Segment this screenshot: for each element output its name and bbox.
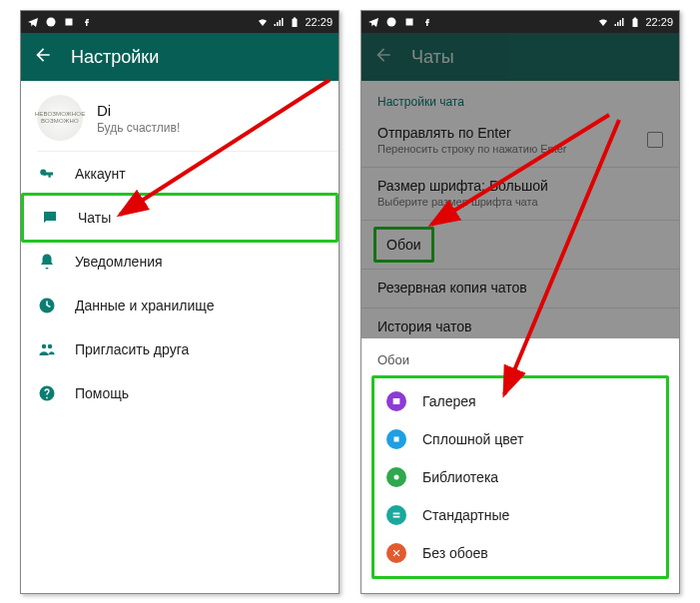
avatar: НЕВОЗМОЖНОЕ ВОЗМОЖНО <box>37 95 83 141</box>
phone-settings: 22:29 Настройки НЕВОЗМОЖНОЕ ВОЗМОЖНО Di … <box>20 10 340 594</box>
help-icon <box>37 384 57 402</box>
battery-icon <box>629 16 641 28</box>
default-icon <box>386 505 406 525</box>
wifi-icon <box>597 16 609 28</box>
svg-rect-3 <box>406 19 413 26</box>
solid-color-icon <box>386 429 406 449</box>
telegram-icon <box>367 16 379 28</box>
menu-label: Уведомления <box>75 254 163 270</box>
battery-icon <box>289 16 301 28</box>
telegram-icon <box>27 16 39 28</box>
sheet-item-label: Библиотека <box>422 469 498 485</box>
sheet-item-label: Без обоев <box>422 545 488 561</box>
bell-icon <box>37 253 57 271</box>
menu-notifications[interactable]: Уведомления <box>21 240 339 284</box>
profile-name: Di <box>97 102 180 119</box>
app-bar: Настройки <box>21 33 339 81</box>
sheet-item-library[interactable]: Библиотека <box>374 458 666 496</box>
library-icon <box>386 467 406 487</box>
svg-point-0 <box>47 18 56 27</box>
app-icon <box>403 16 415 28</box>
menu-label: Данные и хранилище <box>75 298 214 313</box>
facebook-icon <box>421 16 433 28</box>
chat-icon <box>40 209 60 227</box>
clock-time: 22:29 <box>645 16 673 28</box>
menu-data[interactable]: Данные и хранилище <box>21 284 339 327</box>
profile-row[interactable]: НЕВОЗМОЖНОЕ ВОЗМОЖНО Di Будь счастлив! <box>21 81 339 151</box>
signal-icon <box>273 16 285 28</box>
sheet-list: Галерея Сплошной цвет Библиотека Стандар… <box>371 375 669 579</box>
sheet-item-label: Галерея <box>422 393 476 409</box>
svg-rect-1 <box>66 19 73 26</box>
sheet-title: Обои <box>361 348 679 375</box>
phone-chats: 22:29 Чаты Настройки чата Отправлять по … <box>360 10 680 594</box>
menu-label: Помощь <box>75 385 129 401</box>
svg-point-5 <box>394 475 399 480</box>
whatsapp-icon <box>385 16 397 28</box>
menu-invite[interactable]: Пригласить друга <box>21 327 339 371</box>
menu-label: Чаты <box>78 210 111 226</box>
sheet-item-label: Сплошной цвет <box>422 431 523 447</box>
sheet-item-label: Стандартные <box>422 507 509 523</box>
menu-help[interactable]: Помощь <box>21 371 339 415</box>
clock-time: 22:29 <box>305 16 333 28</box>
data-icon <box>37 297 57 314</box>
sheet-item-gallery[interactable]: Галерея <box>374 382 666 420</box>
profile-status: Будь счастлив! <box>97 121 180 135</box>
people-icon <box>37 340 57 358</box>
facebook-icon <box>81 16 93 28</box>
sheet-item-default[interactable]: Стандартные <box>374 496 666 534</box>
status-bar: 22:29 <box>21 11 339 33</box>
whatsapp-icon <box>45 16 57 28</box>
sheet-item-none[interactable]: Без обоев <box>374 534 666 572</box>
gallery-icon <box>386 391 406 411</box>
back-icon[interactable] <box>33 45 53 69</box>
menu-label: Пригласить друга <box>75 341 189 357</box>
svg-point-2 <box>387 18 396 27</box>
key-icon <box>37 165 57 183</box>
signal-icon <box>613 16 625 28</box>
sheet-item-solid[interactable]: Сплошной цвет <box>374 420 666 458</box>
status-bar: 22:29 <box>361 11 679 33</box>
page-title: Настройки <box>71 47 159 68</box>
app-icon <box>63 16 75 28</box>
no-wallpaper-icon <box>386 543 406 563</box>
wallpaper-sheet: Обои Галерея Сплошной цвет Библиотека Ст… <box>361 338 679 593</box>
menu-account[interactable]: Аккаунт <box>21 152 339 196</box>
menu-label: Аккаунт <box>75 166 126 182</box>
svg-rect-4 <box>394 437 399 442</box>
menu-chats[interactable]: Чаты <box>21 193 339 243</box>
wifi-icon <box>257 16 269 28</box>
